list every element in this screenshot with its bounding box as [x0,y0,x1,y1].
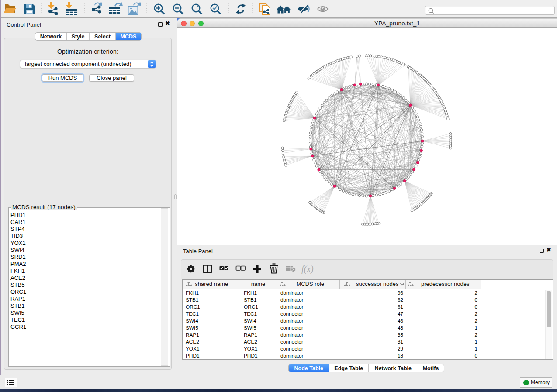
svg-text:f(x): f(x) [301,264,314,274]
